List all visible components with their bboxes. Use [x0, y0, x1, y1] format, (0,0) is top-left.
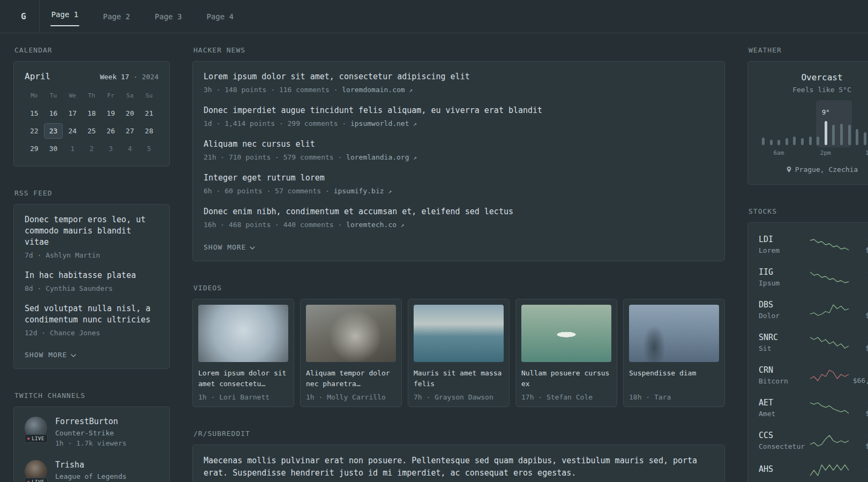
stock-sparkline	[810, 238, 849, 252]
hn-item-title[interactable]: Donec enim nibh, condimentum et accumsan…	[204, 206, 714, 217]
channel-name[interactable]: ForrestBurton	[55, 417, 126, 426]
twitch-channel[interactable]: LIVE ForrestBurton Counter-Strike 1h · 1…	[25, 417, 159, 447]
video-card[interactable]: Nullam posuere cursus ex 17h · Stefan Co…	[515, 299, 617, 407]
reddit-post: Maecenas mollis pulvinar erat non posuer…	[204, 455, 714, 482]
calendar-section: CALENDAR April Week 17 · 2024 Mo Tu We T…	[13, 46, 170, 167]
hn-item-title[interactable]: Donec imperdiet augue tincidunt felis al…	[204, 105, 714, 116]
video-title[interactable]: Nullam posuere cursus ex	[521, 368, 611, 390]
rss-section-title: RSS FEED	[14, 189, 170, 197]
hn-item-domain-link[interactable]: loremtech.co ↗	[346, 221, 404, 229]
video-meta: 18h · Tara	[629, 393, 719, 401]
rss-show-more-button[interactable]: SHOW MORE	[25, 351, 76, 359]
avatar-wrap: LIVE	[25, 417, 47, 439]
hn-item-domain-link[interactable]: loremdomain.com ↗	[342, 86, 413, 94]
hn-item-domain-link[interactable]: ipsumify.biz ↗	[334, 187, 392, 195]
twitch-channel[interactable]: LIVE Trisha League of Legends 3h · 1.2k …	[25, 460, 159, 482]
subreddit-widget: Maecenas mollis pulvinar erat non posuer…	[192, 445, 725, 482]
video-card[interactable]: Mauris sit amet massa felis 7h · Grayson…	[408, 299, 510, 407]
time-label: 2pm	[820, 149, 831, 156]
stock-row[interactable]: DBSDolor +1.42%$156.28	[759, 293, 868, 326]
calendar-grid: Mo Tu We Th Fr Sa Su 15 16 17 18 19 20 2…	[25, 89, 159, 156]
stock-symbol: CRN	[759, 365, 810, 375]
stock-name: Lorem	[759, 246, 810, 254]
video-title[interactable]: Aliquam tempor dolor nec pharetra…	[306, 368, 396, 390]
hn-item: Integer eget rutrum lorem 6h · 60 points…	[204, 172, 714, 197]
stocks-section-title: STOCKS	[749, 207, 868, 215]
stock-row[interactable]: IIGIpsum +2.84%$42.04	[759, 261, 868, 293]
stock-row[interactable]: AHS +0.46%	[759, 457, 868, 482]
calendar-widget: April Week 17 · 2024 Mo Tu We Th Fr Sa S…	[13, 61, 170, 167]
app-logo[interactable]: G	[13, 0, 40, 33]
stock-price: $42.04	[849, 278, 868, 287]
hn-item-title[interactable]: Lorem ipsum dolor sit amet, consectetur …	[204, 71, 714, 82]
video-title[interactable]: Mauris sit amet massa felis	[414, 368, 504, 390]
rss-item: Sed volutpat nulla nisl, a condimentum n…	[25, 303, 159, 338]
calendar-day-selected: 23	[44, 123, 63, 139]
external-link-icon: ↗	[413, 120, 417, 127]
stock-sparkline	[810, 463, 849, 477]
channel-game[interactable]: Counter-Strike	[55, 429, 126, 437]
stock-row[interactable]: SNRCSit +1.36%$148.64	[759, 326, 868, 359]
weather-section: WEATHER Overcast Feels like 5°C 9° 6am 2…	[747, 46, 868, 185]
external-link-icon: ↗	[413, 154, 417, 161]
rss-section: RSS FEED Donec tempor eros leo, ut commo…	[13, 189, 170, 369]
calendar-day: 21	[139, 106, 159, 121]
stock-row[interactable]: CRNBitcorn -1.00%$66,171.48	[759, 359, 868, 391]
hackernews-section: HACKER NEWS Lorem ipsum dolor sit amet, …	[192, 46, 725, 261]
stock-symbol: IIG	[759, 267, 810, 277]
stock-name: Sit	[759, 344, 810, 352]
weekday-label: Sa	[121, 89, 140, 103]
tab-page-3[interactable]: Page 3	[155, 0, 182, 33]
calendar-day: 16	[44, 106, 63, 121]
calendar-day: 25	[82, 123, 101, 139]
page-tabs: Page 1 Page 2 Page 3 Page 4	[51, 0, 258, 33]
stock-name: Dolor	[759, 312, 810, 320]
hackernews-show-more-button[interactable]: SHOW MORE	[204, 243, 255, 251]
calendar-day-next-month: 2	[82, 141, 101, 156]
calendar-day: 15	[25, 106, 44, 121]
tab-page-1[interactable]: Page 1	[51, 0, 79, 33]
stock-row[interactable]: LDILorem +4.35%$795.18	[759, 228, 868, 261]
video-thumbnail[interactable]	[414, 305, 504, 362]
video-thumbnail[interactable]	[198, 305, 288, 362]
reddit-post-title[interactable]: Maecenas mollis pulvinar erat non posuer…	[204, 455, 714, 479]
stock-price: $499.72	[849, 409, 868, 417]
video-title[interactable]: Lorem ipsum dolor sit amet consectetu…	[198, 368, 288, 390]
tab-page-4[interactable]: Page 4	[206, 0, 234, 33]
calendar-section-title: CALENDAR	[14, 46, 170, 54]
calendar-year: 2024	[142, 73, 159, 81]
rss-item-title[interactable]: In hac habitasse platea	[25, 270, 159, 281]
video-card[interactable]: Lorem ipsum dolor sit amet consectetu… 1…	[192, 299, 294, 407]
tab-page-2[interactable]: Page 2	[103, 0, 130, 33]
video-thumbnail[interactable]	[629, 305, 719, 362]
calendar-day: 26	[101, 123, 121, 139]
chevron-down-icon	[71, 354, 76, 357]
hn-item: Donec imperdiet augue tincidunt felis al…	[204, 105, 714, 129]
channel-name[interactable]: Trisha	[55, 460, 126, 470]
channel-game[interactable]: League of Legends	[55, 472, 126, 480]
hn-item-domain-link[interactable]: loremlandia.org ↗	[346, 153, 417, 161]
stock-change: +0.46%	[849, 465, 868, 473]
video-card[interactable]: Suspendisse diam 18h · Tara	[623, 299, 725, 407]
video-card[interactable]: Aliquam tempor dolor nec pharetra… 1h · …	[300, 299, 402, 407]
calendar-day: 28	[139, 123, 159, 139]
hn-item-title[interactable]: Integer eget rutrum lorem	[204, 172, 714, 184]
hn-item-title[interactable]: Aliquam nec cursus elit	[204, 139, 714, 150]
stock-row[interactable]: CCSConsectetur +0.51%$165.84	[759, 424, 868, 457]
hn-item-domain-link[interactable]: ipsumworld.net ↗	[350, 119, 417, 127]
stocks-section: STOCKS LDILorem +4.35%$795.18 IIGIpsum +…	[747, 207, 868, 482]
stock-sparkline	[810, 303, 849, 317]
video-thumbnail[interactable]	[521, 305, 611, 362]
rss-item-title[interactable]: Sed volutpat nulla nisl, a condimentum n…	[25, 303, 159, 326]
calendar-day: 22	[25, 123, 44, 139]
weather-widget: Overcast Feels like 5°C 9° 6am 2pm 10pm …	[747, 61, 868, 185]
weather-section-title: WEATHER	[749, 46, 868, 54]
rss-item-title[interactable]: Donec tempor eros leo, ut commodo mauris…	[25, 214, 159, 248]
stock-price: $795.18	[849, 246, 868, 254]
stock-change: +0.51%	[849, 431, 868, 440]
stock-row[interactable]: AETAmet +0.92%$499.72	[759, 391, 868, 424]
channel-meta: 1h · 1.7k viewers	[55, 439, 126, 447]
video-title[interactable]: Suspendisse diam	[629, 368, 719, 390]
video-meta: 1h · Molly Carrillo	[306, 393, 396, 401]
video-thumbnail[interactable]	[306, 305, 396, 362]
